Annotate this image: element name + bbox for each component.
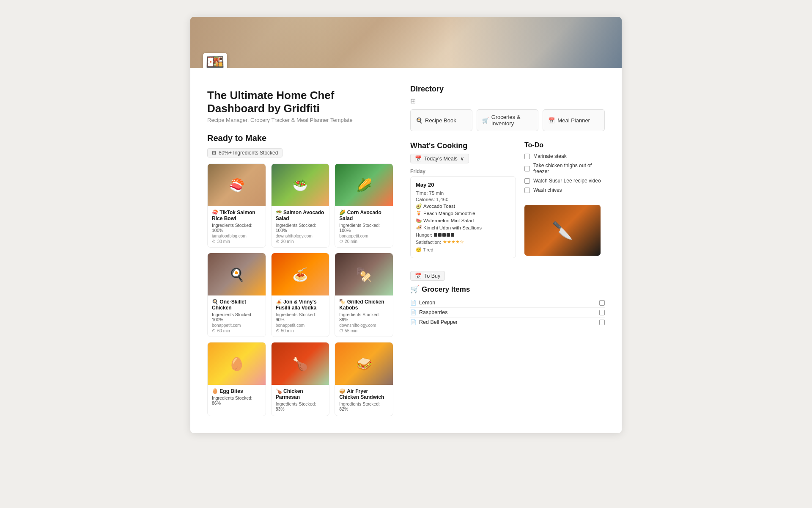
recipe-stocked: Ingredients Stocked: 100% — [276, 223, 325, 233]
to-buy-button[interactable]: 📅 To Buy — [410, 271, 445, 281]
day-label: Friday — [410, 168, 516, 174]
grocery-items-list: 📄 Lemon 📄 Raspberries 📄 Red Bell Pepper — [410, 298, 605, 327]
directory-button[interactable]: 🍳Recipe Book — [410, 109, 472, 131]
recipe-card[interactable]: 🍗 🍗 Chicken Parmesan Ingredients Stocked… — [271, 342, 330, 416]
recipe-stocked: Ingredients Stocked: 100% — [212, 223, 261, 233]
todo-list: Marinate steakTake chicken thighs out of… — [524, 153, 605, 193]
dir-btn-icon: 🛒 — [482, 117, 489, 124]
recipe-stocked: Ingredients Stocked: 90% — [276, 312, 325, 322]
recipe-info: 🍳 One-Skillet Chicken Ingredients Stocke… — [208, 295, 266, 337]
recipe-card[interactable]: 🥪 🥪 Air Fryer Chicken Sandwich Ingredien… — [335, 342, 393, 416]
cooking-image: 🔪 — [524, 205, 601, 256]
recipe-name: 🌽 Corn Avocado Salad — [339, 210, 389, 221]
directory-button[interactable]: 🛒Groceries & Inventory — [477, 109, 539, 131]
grocery-title-text: Grocery Items — [422, 285, 470, 294]
doc-icon: 📄 — [410, 300, 417, 306]
recipe-time: ⏱ 55 min — [339, 329, 389, 333]
recipe-image: 🍢 — [335, 253, 393, 295]
meal-item: 🍉Watermelon Mint Salad — [416, 218, 510, 224]
hunger-block — [442, 233, 446, 237]
grocery-checkbox[interactable] — [599, 300, 605, 306]
recipe-info: 🥚 Egg Bites Ingredients Stocked: 86% — [208, 385, 266, 410]
grocery-checkbox[interactable] — [599, 320, 605, 325]
meal-time: Time: 75 min — [416, 190, 510, 196]
recipe-card[interactable]: 🍳 🍳 One-Skillet Chicken Ingredients Stoc… — [207, 253, 266, 337]
recipe-image: 🥗 — [272, 164, 329, 206]
recipe-card[interactable]: 🌽 🌽 Corn Avocado Salad Ingredients Stock… — [335, 163, 393, 248]
recipe-image: 🥚 — [208, 342, 266, 385]
tired-tag: 😴 Tired — [416, 247, 510, 253]
recipe-source: bonappetit.com — [212, 323, 261, 328]
directory-button[interactable]: 📅Meal Planner — [543, 109, 605, 131]
recipe-card[interactable]: 🥗 🥗 Salmon Avocado Salad Ingredients Sto… — [271, 163, 330, 248]
meal-emoji: 🥑 — [416, 203, 422, 209]
recipe-source: bonappetit.com — [339, 234, 389, 238]
recipe-stocked: Ingredients Stocked: 82% — [339, 401, 389, 411]
meal-item: 🍹Peach Mango Smoothie — [416, 210, 510, 216]
recipe-card[interactable]: 🍝 🍝 Jon & Vinny's Fusilli alla Vodka Ing… — [271, 253, 330, 337]
grocery-item-left: 📄 Raspberries — [410, 309, 447, 315]
recipe-name: 🍣 TikTok Salmon Rice Bowl — [212, 210, 261, 221]
meal-item: 🍜Kimchi Udon with Scallions — [416, 225, 510, 231]
grocery-item-name: Raspberries — [419, 309, 447, 315]
recipe-card[interactable]: 🍣 🍣 TikTok Salmon Rice Bowl Ingredients … — [207, 163, 266, 248]
satisfaction-row: Satisfaction: ★★★★☆ — [416, 239, 510, 245]
grocery-item: 📄 Raspberries — [410, 308, 605, 318]
ready-to-make-title: Ready to Make — [207, 133, 393, 143]
recipe-card[interactable]: 🍢 🍢 Grilled Chicken Kabobs Ingredients S… — [335, 253, 393, 337]
meal-name: Watermelon Mint Salad — [423, 218, 474, 223]
right-panel: Directory ⊞ 🍳Recipe Book🛒Groceries & Inv… — [410, 85, 605, 416]
todo-text: Wash chives — [533, 187, 562, 193]
grocery-checkbox[interactable] — [599, 310, 605, 315]
page-subtitle: Recipe Manager, Grocery Tracker & Meal P… — [207, 117, 393, 123]
todo-checkbox[interactable] — [524, 166, 530, 171]
recipe-source: iamafoodblog.com — [212, 234, 261, 238]
recipe-stocked: Ingredients Stocked: 83% — [276, 401, 325, 411]
recipe-stocked: Ingredients Stocked: 86% — [212, 395, 261, 406]
dir-btn-label: Groceries & Inventory — [491, 114, 533, 127]
todo-checkbox[interactable] — [524, 178, 530, 184]
grocery-item-left: 📄 Red Bell Pepper — [410, 319, 458, 325]
meal-name: Peach Mango Smoothie — [423, 211, 475, 216]
whats-cooking-section: What's Cooking 📅 Today's Meals ∨ Friday … — [410, 141, 516, 262]
hunger-blocks — [434, 233, 454, 237]
recipe-info: 🥗 Salmon Avocado Salad Ingredients Stock… — [272, 206, 329, 247]
meal-item: 🥑Avocado Toast — [416, 203, 510, 209]
recipe-name: 🥪 Air Fryer Chicken Sandwich — [339, 388, 389, 400]
todo-checkbox[interactable] — [524, 188, 530, 193]
hunger-block — [434, 233, 437, 237]
dir-btn-label: Meal Planner — [557, 117, 590, 124]
recipe-image: 🌽 — [335, 164, 393, 206]
recipe-time: ⏱ 20 min — [339, 239, 389, 244]
meal-items-list: 🥑Avocado Toast🍹Peach Mango Smoothie🍉Wate… — [416, 203, 510, 231]
meal-card: May 20 Time: 75 min Calories: 1,460 🥑Avo… — [410, 176, 516, 258]
chevron-down-icon: ∨ — [460, 155, 464, 162]
badge-label: 80%+ Ingredients Stocked — [219, 150, 278, 156]
doc-icon: 📄 — [410, 309, 417, 315]
meal-name: Avocado Toast — [423, 204, 455, 209]
recipe-grid: 🍣 🍣 TikTok Salmon Rice Bowl Ingredients … — [207, 163, 393, 416]
directory-title: Directory — [410, 85, 605, 94]
kitchen-background — [190, 17, 622, 68]
todo-item: Marinate steak — [524, 153, 605, 159]
recipe-time: ⏱ 60 min — [212, 329, 261, 333]
doc-icon: 📄 — [410, 319, 417, 325]
stocked-badge: ⊞ 80%+ Ingredients Stocked — [207, 148, 283, 157]
recipe-card[interactable]: 🥚 🥚 Egg Bites Ingredients Stocked: 86% — [207, 342, 266, 416]
recipe-name: 🥗 Salmon Avocado Salad — [276, 210, 325, 221]
recipe-name: 🍳 One-Skillet Chicken — [212, 299, 261, 311]
recipe-image: 🍣 — [208, 164, 266, 206]
meal-emoji: 🍜 — [416, 225, 422, 231]
to-buy-section: 📅 To Buy 🛒 Grocery Items 📄 Lemon 📄 Raspb… — [410, 271, 605, 327]
hunger-row: Hunger: — [416, 232, 510, 237]
grocery-item: 📄 Lemon — [410, 298, 605, 308]
today-meals-button[interactable]: 📅 Today's Meals ∨ — [410, 154, 469, 163]
hunger-block — [447, 233, 450, 237]
recipe-time: ⏱ 30 min — [212, 239, 261, 244]
recipe-source: downshiftology.com — [339, 323, 389, 328]
today-meals-label: Today's Meals — [424, 156, 458, 162]
recipe-image: 🥪 — [335, 342, 393, 385]
todo-checkbox[interactable] — [524, 154, 530, 159]
todo-item: Take chicken thighs out of freezer — [524, 163, 605, 174]
recipe-name: 🍢 Grilled Chicken Kabobs — [339, 299, 389, 311]
